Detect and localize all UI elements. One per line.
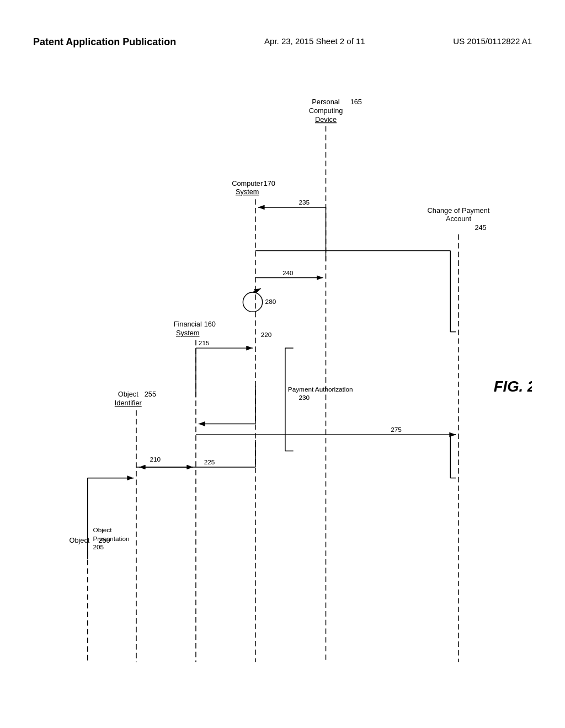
svg-text:Presentation: Presentation (93, 535, 129, 542)
payment-auth-label: Payment Authorization (288, 386, 353, 393)
msg-220-label: 220 (261, 331, 272, 338)
obj-label: Object (70, 536, 90, 544)
diagram-container: Personal Computing Device 165 Computer S… (33, 88, 532, 673)
loop-280 (243, 292, 262, 312)
svg-text:255: 255 (145, 390, 156, 398)
svg-text:170: 170 (264, 179, 275, 188)
svg-text:Computing: Computing (309, 106, 343, 115)
msg-235-label: 235 (299, 199, 310, 206)
sheet-info: Apr. 23, 2015 Sheet 2 of 11 (264, 36, 365, 46)
svg-text:Device: Device (315, 115, 337, 124)
msg-205-label: Object (93, 526, 112, 533)
copa-label: Change of Payment (428, 206, 490, 215)
msg-210-label: 210 (150, 456, 161, 463)
svg-text:245: 245 (475, 223, 486, 232)
msg-225-label: 225 (204, 458, 215, 465)
msg-275-label: 275 (391, 426, 402, 433)
svg-text:Account: Account (446, 215, 472, 223)
oi-label: Object (118, 390, 138, 398)
msg-215-label: 215 (199, 339, 210, 346)
publication-title: Patent Application Publication (33, 36, 176, 48)
page-header: Patent Application Publication Apr. 23, … (0, 36, 565, 48)
svg-text:Identifier: Identifier (115, 399, 142, 407)
svg-text:System: System (236, 188, 259, 196)
msg-280-label: 280 (265, 298, 276, 305)
msg-240-label: 240 (282, 269, 294, 276)
svg-text:230: 230 (299, 394, 310, 401)
figure-label: FIG. 2 (494, 378, 532, 395)
sequence-diagram: Personal Computing Device 165 Computer S… (33, 88, 532, 673)
svg-text:205: 205 (93, 543, 104, 550)
svg-text:165: 165 (350, 98, 362, 106)
cs-label: Computer (232, 179, 263, 188)
svg-text:System: System (176, 329, 200, 337)
svg-text:160: 160 (204, 320, 216, 328)
pcd-label: Personal (312, 98, 339, 106)
patent-number: US 2015/0112822 A1 (453, 36, 532, 46)
fs-label: Financial (174, 320, 202, 328)
loop-280-arrow (253, 288, 261, 292)
